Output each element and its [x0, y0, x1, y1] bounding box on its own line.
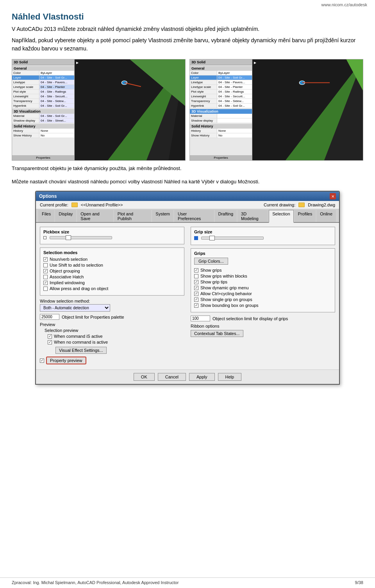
tab-profiles[interactable]: Profiles: [295, 210, 316, 222]
tab-selection[interactable]: Selection: [269, 210, 293, 223]
press-drag-row: Allow press and drag on object: [43, 286, 181, 291]
when-command-row: When command iS active: [48, 334, 184, 339]
tab-online[interactable]: Online: [316, 210, 336, 222]
show-grips-checkbox[interactable]: [194, 268, 198, 272]
property-preview-checkbox[interactable]: [40, 359, 44, 363]
grip-area: [194, 236, 332, 240]
show-grips-row: Show grips: [194, 268, 332, 272]
implied-wind-checkbox[interactable]: [43, 281, 48, 285]
scene-svg-2: [252, 59, 363, 160]
when-no-command-checkbox[interactable]: [48, 340, 52, 344]
obj-limit-input[interactable]: [40, 314, 59, 320]
scene-label-2: ▶: [254, 61, 256, 65]
when-command-label: When command iS active: [54, 334, 103, 339]
ok-button[interactable]: OK: [134, 373, 155, 381]
show-grips-blocks-checkbox[interactable]: [194, 274, 198, 278]
cancel-button[interactable]: Cancel: [158, 373, 186, 381]
preview-label: Preview: [40, 322, 184, 327]
tab-user-prefs[interactable]: User Preferences: [174, 210, 214, 222]
props-viz-1: 3D Visualization: [12, 109, 74, 114]
single-grip-checkbox[interactable]: [194, 298, 198, 302]
visual-effects-button[interactable]: Visual Effect Settings...: [55, 347, 107, 354]
shift-add-checkbox[interactable]: [43, 263, 48, 267]
svg-point-5: [121, 81, 127, 85]
pickbox-slider[interactable]: [50, 236, 112, 239]
scene-2: ▶: [252, 59, 363, 160]
press-drag-checkbox[interactable]: [43, 287, 48, 291]
noun-verb-checkbox[interactable]: [43, 257, 48, 262]
tab-files[interactable]: Files: [38, 210, 54, 222]
tab-3d-modeling[interactable]: 3D Modeling: [238, 210, 268, 222]
selection-modes-section: Selection modes Noun/verb selection Use …: [40, 247, 184, 296]
tab-open-save[interactable]: Open and Save: [77, 210, 113, 222]
show-grips-blocks-row: Show grips within blocks: [194, 274, 332, 278]
window-method-label: Window selection method:: [40, 299, 184, 303]
props-panel-2: 3D Solid General ColorByLayer Layer04 - …: [190, 59, 252, 160]
obj-grouping-checkbox[interactable]: [43, 269, 48, 273]
props-row-hyp-2: Hyperlink04 - Site - Soil Gr...: [190, 104, 252, 108]
profile-value: <<Unnamed Profile>>: [81, 203, 123, 207]
grip-square: [194, 236, 198, 240]
apply-button[interactable]: Apply: [189, 373, 215, 381]
dialog-overlay: Options ✕ Current profile: <<Unnamed Pro…: [12, 191, 363, 385]
screenshots-row: 3D Solid General ColorByLayer Layer04 - …: [12, 59, 363, 161]
bounding-box-checkbox[interactable]: [194, 303, 198, 308]
footer-right: 9/38: [355, 580, 363, 585]
props-row-color-2: ColorByLayer: [190, 71, 252, 75]
props-row-plot-2: Plot style04 - Site - Railings: [190, 90, 252, 94]
tab-plot[interactable]: Plot and Publish: [114, 210, 152, 222]
tab-drafting[interactable]: Drafting: [215, 210, 237, 222]
show-grip-tips-label: Show grip tips: [200, 280, 227, 284]
props-tab-2: Properties: [190, 155, 252, 160]
props-panel-1: 3D Solid General ColorByLayer Layer04 - …: [12, 59, 75, 160]
grip-colors-row: Grip Colors...: [194, 258, 332, 266]
drawing-label: Current drawing:: [264, 203, 295, 207]
window-method-select[interactable]: Both - Automatic detection: [40, 304, 110, 312]
scene-1: ▶: [75, 59, 185, 160]
obj-selection-limit-row: Object selection limit for display of gr…: [191, 316, 335, 321]
pickbox-label: Pickbox size: [43, 229, 181, 234]
props-general-2: General: [190, 66, 252, 71]
help-button[interactable]: Help: [218, 373, 242, 381]
intro-paragraph-2: Například, pokud vyberete objekty a poté…: [12, 36, 363, 53]
grip-slider[interactable]: [201, 237, 264, 240]
grip-colors-button[interactable]: Grip Colors...: [194, 258, 228, 265]
obj-selection-limit-input[interactable]: [191, 316, 210, 321]
page-footer: Zpracoval: Ing. Michal Spielmann, AutoCA…: [0, 577, 375, 585]
caption-transparency: Transparentnost objektu je také dynamick…: [12, 165, 363, 172]
show-dynamic-checkbox[interactable]: [194, 286, 198, 290]
props-row-show-2: Show HistoryNo: [190, 133, 252, 138]
property-preview-button[interactable]: Property preview: [46, 357, 86, 364]
selection-preview-label: Selection preview: [45, 328, 184, 333]
dialog-close-button[interactable]: ✕: [330, 193, 336, 199]
screenshot-2: 3D Solid General ColorByLayer Layer04 - …: [189, 59, 363, 161]
props-row-hist-2: HistoryNone: [190, 129, 252, 133]
props-row-lw-1: Lineweight04 - Site - Securit...: [12, 94, 74, 99]
ribbon-section: Ribbon options Contextual Tab States...: [191, 324, 335, 337]
props-row-hyp-1: Hyperlink04 - Site - Soil Gr...: [12, 104, 74, 108]
dialog-titlebar: Options ✕: [36, 192, 339, 201]
show-grips-blocks-label: Show grips within blocks: [200, 274, 247, 278]
when-command-checkbox[interactable]: [48, 334, 52, 339]
intro-paragraph-1: V AutoCADu 2013 můžete zobrazit náhled d…: [12, 25, 363, 33]
props-row-lw-2: Lineweight04 - Site - Securit...: [190, 94, 252, 99]
drawing-value: Drawing2.dwg: [308, 203, 335, 207]
allow-ctrl-checkbox[interactable]: [194, 292, 198, 296]
caption-settings: Můžete nastavit chování vlastnosti náhle…: [12, 178, 363, 186]
single-grip-row: Show single grip on groups: [194, 297, 332, 302]
dialog-left-col: Pickbox size Selection modes: [40, 227, 184, 366]
props-row-scale-2: Linetype scale04 - Site - Planter: [190, 85, 252, 90]
tab-display[interactable]: Display: [55, 210, 76, 222]
obj-selection-limit-label: Object selection limit for display of gr…: [212, 316, 288, 321]
show-grip-tips-checkbox[interactable]: [194, 280, 198, 284]
pickbox-thumb: [66, 235, 71, 240]
profile-left: Current profile: <<Unnamed Profile>>: [40, 203, 123, 207]
props-row-linetype-1: Linetype04 - Site - Pavers...: [12, 80, 74, 85]
noun-verb-row: Noun/verb selection: [43, 257, 181, 262]
page-url: www.nicom.cz/autodesk: [0, 0, 375, 8]
tab-system[interactable]: System: [152, 210, 173, 222]
assoc-hatch-checkbox[interactable]: [43, 275, 48, 279]
implied-wind-label: Implied windowing: [50, 280, 85, 285]
contextual-tab-states-button[interactable]: Contextual Tab States...: [191, 330, 243, 337]
props-row-show-1: Show HistoryNo: [12, 133, 74, 138]
